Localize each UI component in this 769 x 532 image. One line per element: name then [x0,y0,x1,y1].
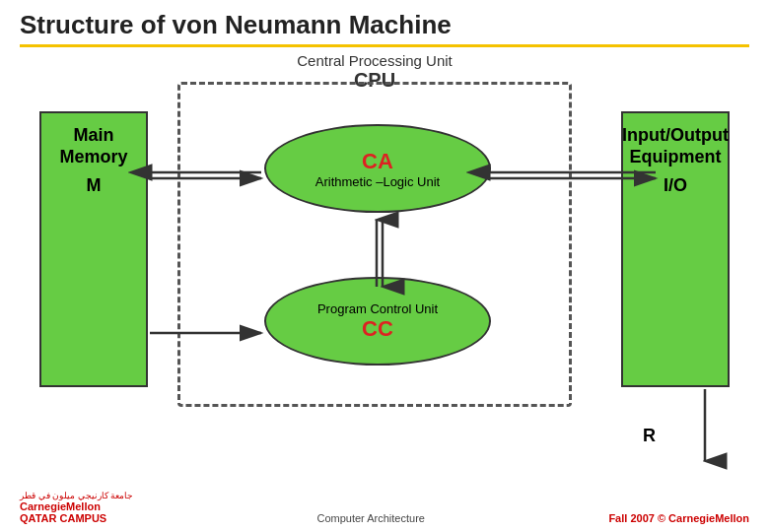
main-memory-label: Main Memory [59,125,127,167]
diagram-area: Central Processing Unit CPU Main Memory … [20,52,749,476]
ca-ellipse: CA Arithmetic –Logic Unit [264,124,491,213]
io-label: Input/Output Equipment [622,125,729,167]
footer-arabic: جامعة كارنيجي ميلون في قطر [20,491,133,500]
ca-sublabel: Arithmetic –Logic Unit [315,174,440,189]
footer-center-text: Computer Architecture [316,512,424,524]
cc-label: CC [362,316,393,342]
r-label: R [643,426,656,446]
main-memory-m: M [87,175,102,196]
io-m-label: I/O [664,175,687,196]
cpu-central-label: Central Processing Unit [177,52,572,69]
footer-cmu: CarnegieMellon [20,500,101,512]
ca-label: CA [362,149,393,174]
cc-sublabel: Program Control Unit [317,301,438,316]
r-arrow-label: R [643,422,656,446]
footer: جامعة كارنيجي ميلون في قطر CarnegieMello… [0,491,769,524]
io-box: Input/Output Equipment I/O [621,111,730,387]
page-title: Structure of von Neumann Machine [20,10,749,47]
slide: Structure of von Neumann Machine Central… [0,0,769,532]
footer-right-text: Fall 2007 © CarnegieMellon [608,512,749,524]
footer-campus: QATAR CAMPUS [20,512,106,524]
cpu-container: CA Arithmetic –Logic Unit Program Contro… [177,82,572,407]
footer-left: جامعة كارنيجي ميلون في قطر CarnegieMello… [20,491,133,524]
main-memory-box: Main Memory M [39,111,148,387]
cc-ellipse: Program Control Unit CC [264,277,491,366]
